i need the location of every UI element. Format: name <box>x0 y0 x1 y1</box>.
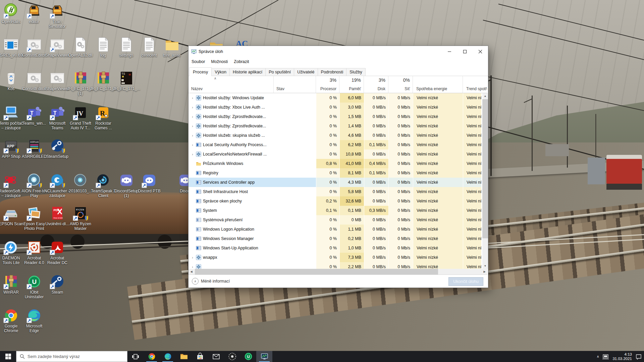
process-name-cell[interactable]: Registry <box>189 168 274 178</box>
process-name-cell[interactable]: Windows Start-Up Application <box>189 243 274 253</box>
expand-chevron-icon[interactable]: › <box>191 115 194 119</box>
start-button[interactable] <box>0 351 16 362</box>
desktop-icon-acrobat-reader-4-0[interactable]: Acrobat Reader 4.0 <box>21 240 48 265</box>
process-name-cell[interactable]: Systémová přerušení <box>189 215 274 225</box>
process-row[interactable]: Systémová přerušení0 %0 MB0 MB/s0 Mb/sVe… <box>189 215 482 225</box>
desktop-icon-shapeviewer[interactable]: ShapeViewer <box>44 70 71 91</box>
process-row[interactable]: ›Hostitel služby: Windows Update0 %6,0 M… <box>189 93 482 103</box>
task-view-button[interactable] <box>127 351 144 362</box>
process-name-cell[interactable]: System <box>189 206 274 215</box>
taskbar-edge-button[interactable] <box>160 351 176 362</box>
desktop-icon-discord-ptb[interactable]: Discord PTB <box>136 173 163 193</box>
expand-chevron-icon[interactable]: › <box>191 96 194 100</box>
process-name-cell[interactable]: ›Hostitel služby: Windows Update <box>189 93 274 103</box>
vertical-scroll-thumb[interactable] <box>482 99 488 238</box>
scroll-down-icon[interactable]: ▼ <box>482 263 488 269</box>
taskbar-taskmgr-button[interactable] <box>256 351 272 362</box>
scroll-right-icon[interactable]: ▶ <box>482 269 487 275</box>
desktop-icon-jr-ec-171-[interactable]: JR_EC_171_... <box>90 70 117 91</box>
column-header-power[interactable]: Spotřeba energie <box>413 76 463 93</box>
vertical-scrollbar[interactable]: ▲ ▼ <box>482 93 488 269</box>
desktop-icon-microsoft-edge[interactable]: Microsoft Edge <box>21 308 48 333</box>
end-task-button[interactable]: Ukončit úlohu <box>448 277 483 286</box>
taskbar-mail-button[interactable] <box>208 351 224 362</box>
process-name-cell[interactable]: Shell Infrastructure Host <box>189 187 274 196</box>
taskbar-explorer-button[interactable] <box>176 351 192 362</box>
desktop-icon-teams-win-[interactable]: TTeams_win... <box>21 105 48 126</box>
process-row[interactable]: ›Hostitel služby: Zprostředkovate...0 %1… <box>189 112 482 121</box>
desktop-icon-epson-easy-photo-print[interactable]: Epson Easy Photo Print <box>21 205 48 231</box>
desktop-icon-log[interactable]: log <box>90 37 117 58</box>
column-header-memory[interactable]: 19% Paměť <box>339 76 364 93</box>
desktop-icon-teamspeak-3-client[interactable]: TeamSpeak 3 Client <box>90 173 117 198</box>
horizontal-scroll-thumb[interactable] <box>195 269 438 275</box>
process-row[interactable]: ›Hostitel služeb: skupina služeb ...0 %4… <box>189 131 482 140</box>
scroll-left-icon[interactable]: ◀ <box>189 269 194 275</box>
expand-chevron-icon[interactable]: › <box>191 106 194 109</box>
process-row[interactable]: System0,1 %0,1 MB0,3 MB/s0 Mb/sVelmi níz… <box>189 206 482 215</box>
process-row[interactable]: ›Local Security Authority Process...0 %6… <box>189 140 482 149</box>
desktop-icon-amd-ryzen-master[interactable]: RYZENAMD Ryzen Master <box>67 205 94 231</box>
action-center-icon[interactable] <box>635 354 642 360</box>
process-name-cell[interactable]: ›Hostitel služby: Xbox Live Auth ... <box>189 103 274 112</box>
process-name-cell[interactable]: ›Local Security Authority Process... <box>189 140 274 149</box>
process-row[interactable]: ›LocalServiceNoNetworkFirewall ...0 %10,… <box>189 149 482 159</box>
process-name-cell[interactable]: ›Hostitel služby: Zprostředkovate... <box>189 121 274 131</box>
hidden-icons-chevron[interactable]: ∧ <box>597 355 599 358</box>
process-name-cell[interactable]: Windows Logon Application <box>189 225 274 234</box>
process-name-cell[interactable]: › <box>189 262 274 269</box>
expand-chevron-icon[interactable]: › <box>191 153 194 156</box>
menu-monosti[interactable]: Možnosti <box>208 59 231 64</box>
column-header-network[interactable]: 0% Síť <box>388 76 413 93</box>
tab-po-spu-t-n-[interactable]: Po spuštění <box>265 68 294 76</box>
desktop-icon-rockstar-games-[interactable]: RRockstar Games ... <box>90 105 117 130</box>
desktop-icon-consisteditor[interactable]: ConsistEditor <box>21 37 48 58</box>
expand-chevron-icon[interactable]: › <box>191 265 194 269</box>
tab-historie-aplikac-[interactable]: Historie aplikací <box>229 68 266 76</box>
column-header-cpu[interactable]: 3% Procesor <box>316 76 339 93</box>
process-name-cell[interactable]: Správce oken plochy <box>189 196 274 206</box>
process-row[interactable]: Registry0 %8,1 MB0,1 MB/s0 Mb/sVelmi níz… <box>189 168 482 178</box>
scroll-up-icon[interactable]: ▲ <box>482 93 488 99</box>
tab-podrobnosti[interactable]: Podrobnosti <box>318 68 347 76</box>
process-name-cell[interactable]: Services and Controller app <box>189 178 274 187</box>
process-row[interactable]: Shell Infrastructure Host0 %5,8 MB0 MB/s… <box>189 187 482 196</box>
desktop-icon-nclauncher-z-stupce[interactable]: NCLauncher – zástupce <box>44 173 71 198</box>
process-name-cell[interactable]: Windows Session Manager <box>189 234 274 243</box>
desktop-icon-editor[interactable]: editor <box>21 3 48 24</box>
process-row[interactable]: ›0 %2,2 MB0 MB/s0 Mb/sVelmi nízkéVelmi n… <box>189 262 482 269</box>
desktop-icon-steamsetup[interactable]: SteamSetup <box>44 138 71 159</box>
horizontal-scrollbar[interactable]: ◀ ▶ <box>189 269 487 275</box>
title-bar[interactable]: Správce úloh <box>189 46 488 57</box>
desktop-icon-acrobat-reader-dc[interactable]: Acrobat Reader DC <box>44 240 71 265</box>
process-row[interactable]: Windows Logon Application0 %1,1 MB0 MB/s… <box>189 225 482 234</box>
expand-chevron-icon[interactable]: › <box>191 256 194 259</box>
tab-v-kon[interactable]: Výkon <box>211 68 230 76</box>
process-row[interactable]: ›wsappx0 %7,3 MB0 MB/s0 Mb/sVelmi nízkéV… <box>189 253 482 262</box>
clock[interactable]: 4:13 31.03.2021 <box>612 352 632 361</box>
process-row[interactable]: Správce oken plochy0,2 %32,6 MB0 MB/s0 M… <box>189 196 482 206</box>
process-name-cell[interactable]: ›Hostitel služeb: skupina služeb ... <box>189 131 274 140</box>
taskbar-chrome-button[interactable] <box>144 351 160 362</box>
process-row[interactable]: Windows Session Manager0 %0,2 MB0 MB/s0 … <box>189 234 482 243</box>
column-header-disk[interactable]: 3% Disk <box>364 76 388 93</box>
desktop-icon-tsre-asse[interactable]: tsre_asse <box>159 37 185 58</box>
column-header-status[interactable]: Stav <box>274 76 316 93</box>
process-name-cell[interactable]: ›wsappx <box>189 253 274 262</box>
desktop-icon-uvoln-n-d-[interactable]: PDFView & EditUvolnění-dí... <box>44 205 71 226</box>
expand-chevron-icon[interactable]: › <box>191 134 194 137</box>
desktop-icon-aion-free-to-play[interactable]: AION Free-to-Play <box>21 173 48 198</box>
close-button[interactable] <box>473 46 488 57</box>
menu-zobrazit[interactable]: Zobrazit <box>231 59 252 64</box>
process-row[interactable]: Průzkumník Windows0,8 %41,0 MB0,4 MB/s0 … <box>189 159 482 168</box>
maximize-button[interactable] <box>457 46 473 57</box>
process-name-cell[interactable]: Průzkumník Windows <box>189 159 274 168</box>
tab-procesy[interactable]: Procesy <box>189 67 212 76</box>
taskbar-iobit-button[interactable]: U <box>240 351 256 362</box>
process-row-selected[interactable]: Services and Controller app0 %4,3 MB0 MB… <box>189 178 482 187</box>
network-ethernet-icon[interactable] <box>602 354 609 360</box>
desktop-icon-consisteditor[interactable]: ConsistEditor <box>21 70 48 91</box>
process-row[interactable]: ›Hostitel služby: Zprostředkovate...0 %1… <box>189 121 482 131</box>
desktop-icon-jr-ec-171-[interactable]: TSJR_EC_171_... <box>113 70 140 91</box>
column-header-name[interactable]: ∧ Název <box>189 76 274 93</box>
